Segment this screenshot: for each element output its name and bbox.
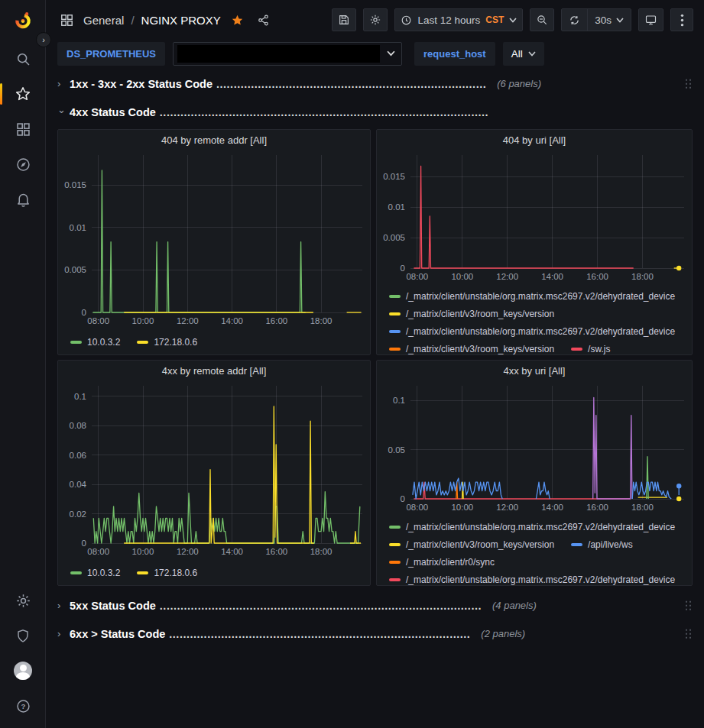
refresh-interval-dropdown[interactable]: 30s: [587, 9, 631, 31]
legend-item[interactable]: 10.0.3.2: [70, 568, 120, 578]
clock-icon: [401, 15, 412, 26]
legend-series-label: /_matrix/client/unstable/org.matrix.msc2…: [406, 574, 675, 585]
favorite-star-icon[interactable]: [231, 14, 244, 27]
more-options-button[interactable]: [670, 8, 693, 31]
panel-title[interactable]: 4xx by uri [All]: [377, 361, 692, 378]
gear-icon: [15, 593, 31, 609]
sidebar-item-explore[interactable]: [0, 147, 46, 182]
svg-text:0: 0: [82, 539, 86, 548]
sidebar-item-server-admin[interactable]: [0, 618, 46, 653]
row-drag-handle[interactable]: [686, 600, 692, 610]
svg-text:14:00: 14:00: [541, 503, 563, 512]
chevron-down-icon: [509, 18, 517, 23]
legend-item[interactable]: 172.18.0.6: [137, 337, 197, 348]
zoom-out-button[interactable]: [530, 8, 554, 31]
legend-series-label: /api/live/ws: [588, 539, 633, 550]
kebab-menu-icon: [680, 14, 684, 27]
chevron-right-icon: ›: [42, 35, 45, 44]
panel-title[interactable]: 4xx by remote addr [All]: [58, 361, 370, 378]
row-title: 1xx - 3xx - 2xx Status Code: [70, 78, 212, 90]
time-series-chart[interactable]: 08:0010:0012:0014:0016:0018:0000.0050.01…: [377, 147, 692, 287]
variable-label-request-host[interactable]: request_host: [414, 42, 495, 66]
svg-text:14:00: 14:00: [221, 316, 243, 325]
legend-item[interactable]: 172.18.0.6: [137, 568, 197, 578]
user-avatar: [14, 662, 32, 680]
legend-row: /_matrix/client/v3/room_keys/version: [389, 305, 692, 322]
legend-item[interactable]: /sw.js: [571, 344, 610, 354]
time-series-chart[interactable]: 08:0010:0012:0014:0016:0018:0000.020.040…: [58, 378, 370, 562]
legend-row: 10.0.3.2172.18.0.6: [70, 332, 370, 353]
dashboards-grid-icon: [15, 121, 31, 138]
row-header-1xx-3xx-2xx[interactable]: › 1xx - 3xx - 2xx Status Code ..........…: [57, 73, 693, 95]
svg-text:0.02: 0.02: [70, 510, 86, 519]
breadcrumb-dashboard-title[interactable]: NGINX PROXY: [141, 14, 221, 27]
svg-text:12:00: 12:00: [496, 272, 518, 281]
row-header-4xx[interactable]: ⌄ 4xx Status Code ......................…: [57, 101, 693, 123]
legend-item[interactable]: /_matrix/client/v3/room_keys/version: [389, 309, 554, 319]
legend-item[interactable]: /api/live/ws: [571, 539, 633, 550]
request-host-value: All: [511, 48, 523, 60]
svg-text:10:00: 10:00: [451, 503, 473, 512]
legend-item[interactable]: 10.0.3.2: [70, 337, 120, 348]
panel-legend: /_matrix/client/unstable/org.matrix.msc2…: [377, 518, 692, 585]
legend-series-swatch: [137, 571, 148, 574]
row-drag-handle[interactable]: [686, 79, 692, 89]
row-drag-handle[interactable]: [686, 629, 692, 639]
svg-text:14:00: 14:00: [541, 272, 563, 281]
time-series-chart[interactable]: 08:0010:0012:0014:0016:0018:0000.050.1: [377, 378, 692, 518]
sidebar-item-help[interactable]: ?: [0, 688, 46, 723]
svg-text:16:00: 16:00: [265, 547, 287, 556]
toolbar: Last 12 hours CST: [332, 8, 693, 31]
panel-404-by-remote-addr: 404 by remote addr [All] 08:0010:0012:00…: [57, 129, 371, 355]
time-range-picker[interactable]: Last 12 hours CST: [394, 8, 523, 31]
chevron-down-icon: ⌄: [57, 104, 70, 115]
sidebar-item-search[interactable]: [0, 41, 46, 76]
svg-text:0.08: 0.08: [70, 421, 86, 430]
sidebar-item-dashboards[interactable]: [0, 112, 46, 147]
legend-item[interactable]: /_matrix/client/unstable/org.matrix.msc2…: [389, 326, 675, 337]
panel-title[interactable]: 404 by uri [All]: [377, 130, 692, 147]
row-header-5xx[interactable]: › 5xx Status Code ......................…: [57, 594, 693, 616]
legend-item[interactable]: /_matrix/client/unstable/org.matrix.msc2…: [389, 291, 675, 302]
apps-grid-icon: [60, 13, 74, 28]
legend-series-swatch: [389, 526, 401, 529]
cycle-view-mode-button[interactable]: [638, 8, 663, 31]
panel-title[interactable]: 404 by remote addr [All]: [58, 130, 370, 147]
legend-item[interactable]: /_matrix/client/unstable/org.matrix.msc2…: [389, 574, 675, 585]
breadcrumb-folder[interactable]: General: [83, 14, 124, 27]
save-icon: [338, 14, 350, 26]
sidebar-expand-button[interactable]: ›: [36, 32, 51, 47]
refresh-button[interactable]: [562, 9, 587, 31]
legend-row: /_matrix/client/unstable/org.matrix.msc2…: [389, 287, 692, 305]
svg-text:10:00: 10:00: [132, 316, 154, 325]
legend-item[interactable]: /_matrix/client/v3/room_keys/version: [389, 344, 554, 354]
panel-404-by-uri: 404 by uri [All] 08:0010:0012:0014:0016:…: [376, 129, 693, 355]
legend-item[interactable]: /_matrix/client/r0/sync: [389, 557, 495, 568]
legend-series-label: 10.0.3.2: [87, 568, 120, 578]
sidebar-item-alerting[interactable]: [0, 182, 46, 217]
datasource-select[interactable]: [173, 42, 402, 66]
sidebar-item-configuration[interactable]: [0, 583, 46, 618]
dashboard-settings-button[interactable]: [363, 8, 388, 31]
sidebar-item-starred[interactable]: [0, 76, 46, 112]
svg-text:0.005: 0.005: [64, 265, 86, 274]
svg-text:08:00: 08:00: [87, 547, 109, 556]
time-series-chart[interactable]: 08:0010:0012:0014:0016:0018:0000.0050.01…: [58, 147, 370, 332]
svg-text:10:00: 10:00: [451, 272, 473, 281]
request-host-select[interactable]: All: [503, 42, 544, 66]
svg-text:?: ?: [21, 702, 25, 710]
variable-label-ds-prometheus[interactable]: DS_PROMETHEUS: [57, 42, 165, 66]
share-icon[interactable]: [257, 14, 270, 27]
svg-text:0.1: 0.1: [74, 392, 86, 401]
legend-item[interactable]: /_matrix/client/v3/room_keys/version: [389, 539, 554, 550]
sidebar-item-profile[interactable]: [0, 653, 46, 688]
legend-item[interactable]: /_matrix/client/unstable/org.matrix.msc2…: [389, 522, 675, 532]
legend-series-swatch: [70, 341, 82, 344]
row-title: 6xx > Status Code: [70, 628, 165, 640]
redacted-value: [177, 45, 380, 63]
legend-row: 10.0.3.2172.18.0.6: [70, 562, 370, 584]
legend-series-label: /_matrix/client/v3/room_keys/version: [406, 539, 554, 550]
legend-series-swatch: [389, 561, 401, 564]
row-header-6xx[interactable]: › 6xx > Status Code ....................…: [57, 623, 693, 645]
save-dashboard-button[interactable]: [332, 8, 356, 31]
